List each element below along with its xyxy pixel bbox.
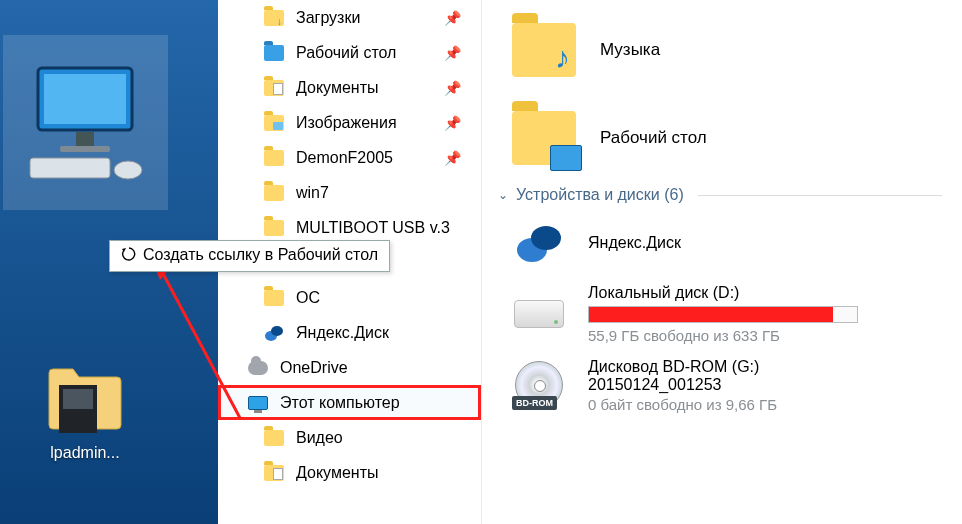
folder-icon	[264, 218, 284, 238]
sidebar-item-9[interactable]: Яндекс.Диск	[218, 315, 481, 350]
sidebar-item-label: OneDrive	[280, 359, 348, 377]
pin-icon: 📌	[444, 115, 461, 131]
sidebar-item-8[interactable]: ОС	[218, 280, 481, 315]
folder-label: Рабочий стол	[600, 128, 707, 148]
folder-icon	[264, 463, 284, 483]
monitor-icon	[248, 393, 268, 413]
sidebar-item-label: Изображения	[296, 114, 397, 132]
device-disc[interactable]: BD-ROMДисковод BD-ROM (G:)20150124_00125…	[512, 356, 942, 414]
folder-icon	[512, 23, 576, 77]
sidebar-item-label: ОС	[296, 289, 320, 307]
folder-tile-desktop[interactable]: Рабочий стол	[512, 98, 942, 178]
sidebar-item-3[interactable]: Изображения📌	[218, 105, 481, 140]
sidebar-item-label: Рабочий стол	[296, 44, 396, 62]
svg-rect-1	[44, 74, 126, 124]
sidebar-item-label: Этот компьютер	[280, 394, 400, 412]
pin-icon: 📌	[444, 150, 461, 166]
svg-point-5	[114, 161, 142, 179]
explorer-content: МузыкаРабочий стол ⌄ Устройства и диски …	[482, 0, 962, 524]
sidebar-item-label: Документы	[296, 464, 378, 482]
folder-icon	[40, 360, 130, 440]
device-subtitle: 20150124_001253	[588, 376, 942, 394]
cloud-icon	[248, 358, 268, 378]
svg-rect-2	[76, 132, 94, 146]
section-title: Устройства и диски (6)	[516, 186, 684, 204]
device-title: Локальный диск (D:)	[588, 284, 942, 302]
sidebar-item-label: Загрузки	[296, 9, 360, 27]
desktop-icon-folder[interactable]: lpadmin...	[0, 360, 170, 462]
svg-rect-7	[63, 389, 93, 409]
folder-icon	[264, 183, 284, 203]
sidebar-item-label: MULTIBOOT USB v.3	[296, 219, 450, 237]
tooltip-text: Создать ссылку в Рабочий стол	[143, 246, 378, 263]
folder-icon	[264, 288, 284, 308]
folder-desktop-icon	[264, 43, 284, 63]
desktop-icon-label: lpadmin...	[0, 444, 170, 462]
yandex-disk-icon	[264, 323, 284, 343]
device-free-text: 55,9 ГБ свободно из 633 ГБ	[588, 327, 942, 344]
device-free-text: 0 байт свободно из 9,66 ГБ	[588, 396, 942, 413]
sidebar-item-label: win7	[296, 184, 329, 202]
sidebar-item-video[interactable]: Видео	[218, 420, 481, 455]
folder-icon	[264, 148, 284, 168]
sidebar-item-5[interactable]: win7	[218, 175, 481, 210]
sidebar-item-label: DemonF2005	[296, 149, 393, 167]
device-title: Яндекс.Диск	[588, 234, 942, 252]
bdrom-badge: BD-ROM	[512, 396, 557, 410]
sidebar-item-1[interactable]: Рабочий стол📌	[218, 35, 481, 70]
divider	[698, 195, 942, 196]
svg-rect-4	[30, 158, 110, 178]
sidebar-item-2[interactable]: Документы📌	[218, 70, 481, 105]
sidebar-item-label: Документы	[296, 79, 378, 97]
sidebar-item-documents[interactable]: Документы	[218, 455, 481, 490]
svg-point-13	[531, 226, 561, 250]
svg-rect-3	[60, 146, 110, 152]
pin-icon: 📌	[444, 80, 461, 96]
sidebar-item-0[interactable]: Загрузки📌	[218, 0, 481, 35]
folder-docs-icon	[264, 78, 284, 98]
svg-point-11	[271, 326, 283, 336]
yandex-disk-icon	[512, 219, 566, 267]
section-header-devices[interactable]: ⌄ Устройства и диски (6)	[498, 186, 942, 204]
drive-icon	[512, 290, 566, 338]
disc-icon: BD-ROM	[512, 361, 566, 409]
folder-downloads-icon	[264, 8, 284, 28]
sidebar-item-this-pc[interactable]: Этот компьютер	[218, 385, 481, 420]
device-yandex[interactable]: Яндекс.Диск	[512, 214, 942, 272]
desktop-icon-this-pc[interactable]	[0, 35, 170, 210]
device-title: Дисковод BD-ROM (G:)	[588, 358, 942, 376]
folder-icon	[264, 428, 284, 448]
sidebar-item-label: Видео	[296, 429, 343, 447]
folder-pics-icon	[264, 113, 284, 133]
pin-icon: 📌	[444, 45, 461, 61]
sidebar-item-4[interactable]: DemonF2005📌	[218, 140, 481, 175]
drag-tooltip: Создать ссылку в Рабочий стол	[109, 240, 390, 272]
device-drive[interactable]: Локальный диск (D:)55,9 ГБ свободно из 6…	[512, 284, 942, 344]
monitor-icon	[3, 35, 168, 210]
folder-tile-music[interactable]: Музыка	[512, 10, 942, 90]
link-arrow-icon	[121, 246, 137, 266]
sidebar-item-label: Яндекс.Диск	[296, 324, 389, 342]
pin-icon: 📌	[444, 10, 461, 26]
storage-bar	[588, 306, 858, 323]
folder-label: Музыка	[600, 40, 660, 60]
chevron-down-icon: ⌄	[498, 188, 508, 202]
sidebar-item-onedrive[interactable]: OneDrive	[218, 350, 481, 385]
folder-icon	[512, 111, 576, 165]
